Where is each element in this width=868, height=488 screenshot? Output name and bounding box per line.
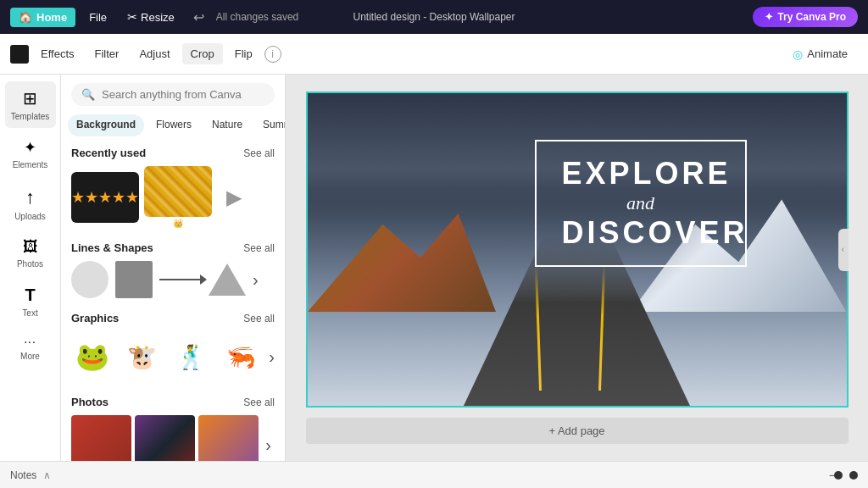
zoom-dot[interactable] — [849, 471, 858, 480]
arrow-thumb[interactable]: ▶ — [217, 172, 251, 223]
flip-button[interactable]: Flip — [226, 43, 261, 64]
animate-button[interactable]: ◎ Animate — [782, 43, 858, 65]
canva-pro-icon: ✦ — [765, 11, 773, 23]
tab-flowers[interactable]: Flowers — [147, 114, 200, 136]
canvas-area: EXPLORE and DISCOVER ‹ + Add page — [286, 75, 868, 461]
document-title: Untitled design - Desktop Wallpaper — [353, 11, 515, 23]
templates-icon: ⊞ — [23, 88, 37, 108]
canva-pro-button[interactable]: ✦ Try Canva Pro — [753, 7, 858, 27]
canvas-wrapper: EXPLORE and DISCOVER ‹ — [306, 92, 849, 408]
graphic-1[interactable]: 🐸 — [71, 331, 114, 382]
file-menu[interactable]: File — [82, 8, 114, 27]
recently-used-row: ★★★★★ 👑 ▶ — [71, 166, 275, 228]
effects-button[interactable]: Effects — [32, 43, 83, 64]
sidebar-item-uploads[interactable]: ↑ Uploads — [5, 180, 56, 228]
add-page-button[interactable]: + Add page — [306, 418, 849, 444]
graphic-2[interactable]: 🐮 — [120, 331, 163, 382]
image-toolbar: Effects Filter Adjust Crop Flip i ◎ Anim… — [0, 34, 868, 75]
photos-see-all[interactable]: See all — [243, 396, 275, 408]
text-icon: T — [25, 286, 35, 305]
bottom-bar: Notes ∧ − — [0, 461, 868, 488]
adjust-button[interactable]: Adjust — [131, 43, 178, 64]
uploads-icon: ↑ — [25, 186, 35, 208]
search-box: 🔍 — [71, 83, 275, 106]
tab-nature[interactable]: Nature — [203, 114, 251, 136]
tab-background[interactable]: Background — [68, 114, 144, 136]
home-icon: 🏠 — [19, 11, 32, 24]
graphics-more-icon[interactable]: › — [269, 347, 275, 367]
shapes-more-icon[interactable]: › — [253, 270, 259, 290]
graphics-see-all[interactable]: See all — [243, 313, 275, 324]
tab-summer[interactable]: Summ… — [254, 114, 285, 136]
text-discover: DISCOVER — [562, 218, 720, 248]
photos-icon: 🖼 — [23, 238, 38, 256]
notes-chevron-icon[interactable]: ∧ — [43, 469, 51, 481]
photos-row: › — [71, 415, 275, 461]
search-input[interactable] — [102, 88, 264, 101]
graphics-title: Graphics — [71, 312, 119, 324]
sidebar-item-elements[interactable]: ✦ Elements — [5, 131, 56, 176]
graphic-4[interactable]: 🦐 — [220, 331, 262, 382]
elements-icon: ✦ — [24, 138, 36, 157]
photo-thumb-3[interactable] — [198, 415, 259, 461]
shape-circle[interactable] — [71, 261, 108, 298]
category-tabs: Background Flowers Nature Summ… › — [61, 111, 285, 140]
recently-used-title: Recently used — [71, 147, 146, 159]
notes-label: Notes — [10, 469, 36, 481]
texture-thumb[interactable] — [144, 166, 212, 217]
crop-button[interactable]: Crop — [182, 43, 223, 64]
shape-arrow[interactable] — [159, 279, 202, 280]
zoom-controls: − — [829, 469, 858, 482]
sidebar-item-photos[interactable]: 🖼 Photos — [5, 231, 56, 275]
resize-button[interactable]: ✂ Resize — [120, 7, 181, 27]
search-icon: 🔍 — [81, 88, 95, 101]
sidebar-item-more[interactable]: ··· More — [5, 328, 56, 368]
photos-more-icon[interactable]: › — [262, 432, 275, 458]
lines-shapes-title: Lines & Shapes — [71, 241, 153, 254]
lines-see-all[interactable]: See all — [243, 242, 275, 254]
photos-title: Photos — [71, 396, 108, 408]
panel-collapse-handle[interactable]: ‹ — [838, 229, 849, 271]
text-and: and — [562, 192, 720, 214]
home-button[interactable]: 🏠 Home — [10, 8, 75, 27]
filter-button[interactable]: Filter — [86, 43, 128, 64]
shapes-row: › — [71, 261, 275, 298]
sidebar-item-templates[interactable]: ⊞ Templates — [5, 81, 56, 128]
text-overlay-box[interactable]: EXPLORE and DISCOVER — [535, 140, 747, 267]
sidebar-item-text[interactable]: T Text — [5, 279, 56, 324]
crown-badge: 👑 — [173, 219, 183, 228]
recently-see-all[interactable]: See all — [243, 147, 275, 159]
resize-icon: ✂ — [127, 10, 137, 24]
canvas-frame[interactable]: EXPLORE and DISCOVER — [306, 92, 849, 408]
text-explore: EXPLORE — [562, 158, 720, 189]
photo-thumb-2[interactable] — [135, 415, 195, 461]
more-icon: ··· — [24, 335, 36, 348]
color-swatch[interactable] — [10, 45, 29, 64]
undo-button[interactable]: ↩ — [188, 8, 209, 27]
photo-thumb-1[interactable] — [71, 415, 131, 461]
info-button[interactable]: i — [264, 46, 281, 63]
shape-triangle[interactable] — [209, 263, 246, 296]
elements-panel: 🔍 Background Flowers Nature Summ… › Rece… — [61, 75, 286, 461]
graphics-row: 🐸 🐮 🕺 🦐 › — [71, 331, 275, 382]
sidebar: ⊞ Templates ✦ Elements ↑ Uploads 🖼 Photo… — [0, 75, 61, 461]
home-label: Home — [36, 11, 67, 24]
animate-icon: ◎ — [793, 47, 803, 61]
shape-square[interactable] — [115, 261, 153, 298]
graphic-3[interactable]: 🕺 — [170, 331, 213, 382]
star-rating-thumb[interactable]: ★★★★★ — [71, 172, 139, 223]
